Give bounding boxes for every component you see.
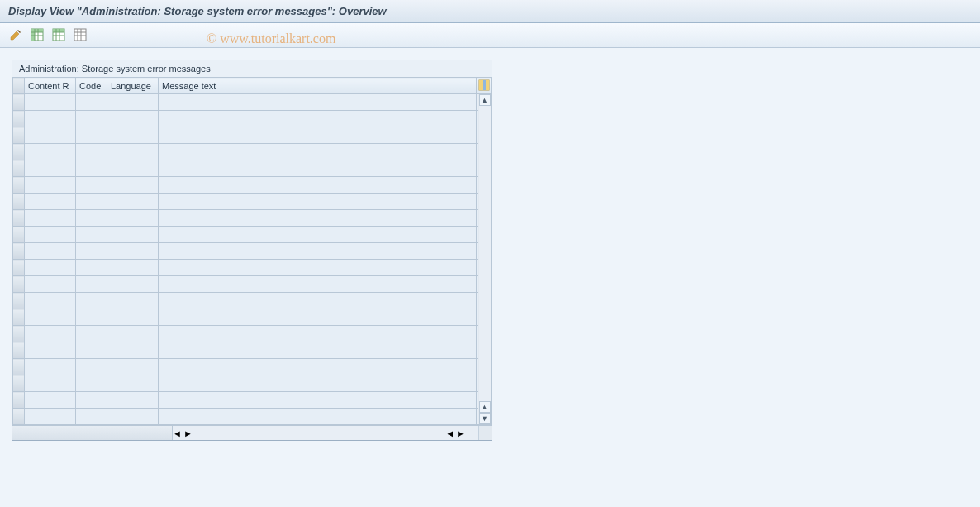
- cell[interactable]: [25, 392, 76, 409]
- cell[interactable]: [159, 342, 477, 359]
- corner-cell[interactable]: [13, 78, 25, 94]
- row-selector[interactable]: [13, 326, 25, 342]
- cell[interactable]: [76, 276, 107, 293]
- table-row[interactable]: [13, 177, 492, 194]
- scroll-down-arrow-icon[interactable]: ▼: [479, 413, 491, 424]
- cell[interactable]: [107, 293, 159, 309]
- table-row[interactable]: [13, 409, 492, 425]
- cell[interactable]: [76, 144, 107, 160]
- scroll-up-arrow-icon[interactable]: ▲: [479, 94, 491, 106]
- cell[interactable]: [159, 94, 477, 111]
- cell[interactable]: [107, 409, 159, 425]
- cell[interactable]: [76, 227, 107, 243]
- cell[interactable]: [107, 309, 159, 326]
- cell[interactable]: [76, 243, 107, 260]
- row-selector[interactable]: [13, 127, 25, 144]
- table-row[interactable]: [13, 392, 492, 409]
- cell[interactable]: [76, 359, 107, 375]
- cell[interactable]: [159, 111, 477, 127]
- row-selector[interactable]: [13, 111, 25, 127]
- cell[interactable]: [25, 276, 76, 293]
- cell[interactable]: [107, 177, 159, 194]
- cell[interactable]: [76, 210, 107, 227]
- hscroll-right-arrow-icon[interactable]: ►: [183, 428, 193, 438]
- row-selector[interactable]: [13, 94, 25, 111]
- cell[interactable]: [76, 260, 107, 276]
- cell[interactable]: [107, 375, 159, 392]
- table-row[interactable]: [13, 375, 492, 392]
- cell[interactable]: [107, 194, 159, 210]
- table-row[interactable]: [13, 227, 492, 243]
- cell[interactable]: [159, 194, 477, 210]
- cell[interactable]: [25, 293, 76, 309]
- cell[interactable]: [76, 342, 107, 359]
- col-header-message[interactable]: Message text: [159, 78, 477, 94]
- col-header-config[interactable]: [477, 78, 492, 94]
- table-row[interactable]: [13, 127, 492, 144]
- horizontal-scrollbar[interactable]: ◄ ► ◄ ►: [173, 426, 478, 440]
- cell[interactable]: [25, 227, 76, 243]
- cell[interactable]: [159, 144, 477, 160]
- table-row[interactable]: [13, 210, 492, 227]
- cell[interactable]: [159, 326, 477, 342]
- table-row[interactable]: [13, 111, 492, 127]
- cell[interactable]: [159, 177, 477, 194]
- cell[interactable]: [107, 227, 159, 243]
- cell[interactable]: [107, 144, 159, 160]
- row-selector[interactable]: [13, 342, 25, 359]
- hscroll-left-arrow2-icon[interactable]: ◄: [445, 428, 454, 438]
- cell[interactable]: [76, 309, 107, 326]
- cell[interactable]: [25, 94, 76, 111]
- cell[interactable]: [159, 243, 477, 260]
- row-selector[interactable]: [13, 243, 25, 260]
- cell[interactable]: [76, 177, 107, 194]
- cell[interactable]: [159, 293, 477, 309]
- cell[interactable]: [159, 160, 477, 177]
- col-header-code[interactable]: Code: [76, 78, 107, 94]
- row-selector[interactable]: [13, 210, 25, 227]
- row-selector[interactable]: [13, 160, 25, 177]
- hscroll-left-arrow-icon[interactable]: ◄: [173, 428, 182, 438]
- row-selector[interactable]: [13, 293, 25, 309]
- cell[interactable]: [107, 160, 159, 177]
- cell[interactable]: [25, 309, 76, 326]
- table-row[interactable]: [13, 260, 492, 276]
- cell[interactable]: [107, 260, 159, 276]
- row-selector[interactable]: [13, 359, 25, 375]
- cell[interactable]: [76, 194, 107, 210]
- cell[interactable]: [25, 243, 76, 260]
- row-selector[interactable]: [13, 392, 25, 409]
- cell[interactable]: [25, 194, 76, 210]
- cell[interactable]: [76, 392, 107, 409]
- cell[interactable]: [25, 342, 76, 359]
- toolbar-deselect-all-button[interactable]: [71, 26, 89, 45]
- cell[interactable]: [159, 409, 477, 425]
- table-row[interactable]: [13, 94, 492, 111]
- row-selector[interactable]: [13, 375, 25, 392]
- cell[interactable]: [107, 243, 159, 260]
- cell[interactable]: [25, 144, 76, 160]
- col-header-content-r[interactable]: Content R: [25, 78, 76, 94]
- table-row[interactable]: [13, 359, 492, 375]
- table-row[interactable]: [13, 276, 492, 293]
- row-selector[interactable]: [13, 144, 25, 160]
- vertical-scrollbar[interactable]: ▲ ▲ ▼: [478, 94, 491, 424]
- table-row[interactable]: [13, 144, 492, 160]
- cell[interactable]: [107, 342, 159, 359]
- table-row[interactable]: [13, 160, 492, 177]
- cell[interactable]: [76, 94, 107, 111]
- row-selector[interactable]: [13, 309, 25, 326]
- cell[interactable]: [76, 326, 107, 342]
- cell[interactable]: [25, 359, 76, 375]
- col-header-language[interactable]: Language: [107, 78, 159, 94]
- cell[interactable]: [107, 127, 159, 144]
- toolbar-select-all-button[interactable]: [28, 26, 46, 45]
- cell[interactable]: [107, 111, 159, 127]
- cell[interactable]: [25, 177, 76, 194]
- toolbar-select-block-button[interactable]: [50, 26, 68, 45]
- table-row[interactable]: [13, 293, 492, 309]
- cell[interactable]: [107, 326, 159, 342]
- cell[interactable]: [76, 160, 107, 177]
- cell[interactable]: [76, 409, 107, 425]
- cell[interactable]: [25, 326, 76, 342]
